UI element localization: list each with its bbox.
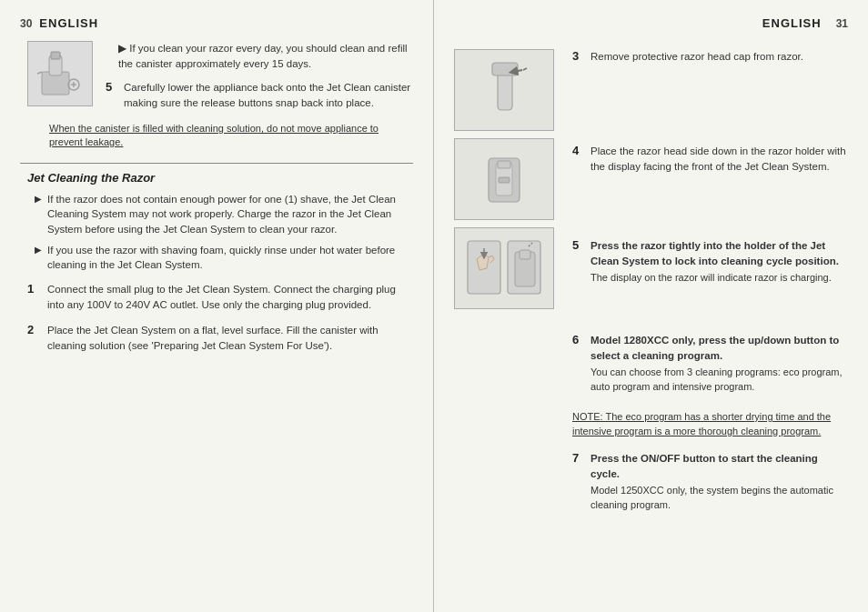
step4-text: Place the razor head side down in the ra… — [590, 144, 848, 174]
step3-num: 3 — [572, 49, 590, 63]
svg-rect-2 — [51, 52, 60, 59]
step3-block: 3 Remove protective razor head cap from … — [572, 49, 848, 131]
intro-text: ▶ If you clean your razor every day, you… — [106, 41, 413, 73]
step2-block: 2 Place the Jet Clean System on a flat, … — [20, 323, 413, 355]
bullet-item-1: ▶ If the razor does not contain enough p… — [35, 192, 413, 237]
svg-rect-14 — [520, 250, 530, 259]
step5-right-header: 5 Press the razor tightly into the holde… — [572, 238, 848, 268]
svg-rect-10 — [499, 177, 510, 183]
step7-text: Press the ON/OFF button to start the cle… — [590, 451, 848, 481]
bullet-text-2: If you use the razor with shaving foam, … — [47, 243, 413, 273]
right-language: ENGLISH — [762, 16, 822, 30]
step7-block: 7 Press the ON/OFF button to start the c… — [572, 451, 848, 516]
note-underline-text: NOTE: The eco program has a shorter dryi… — [572, 410, 848, 438]
step7-num: 7 — [572, 451, 590, 465]
step4-block: 4 Place the razor head side down in the … — [572, 144, 848, 226]
step3-image — [454, 49, 554, 131]
step6-header: 6 Model 1280XCC only, press the up/down … — [572, 333, 848, 363]
step7-note: Model 1250XCC only, the system begins th… — [572, 484, 848, 512]
step5-left-num: 5 — [106, 80, 124, 94]
step6-block: 6 Model 1280XCC only, press the up/down … — [572, 333, 848, 397]
step4-image — [454, 138, 554, 220]
step1-num: 1 — [27, 282, 47, 296]
left-illustration-image — [27, 41, 93, 106]
step6-num: 6 — [572, 333, 590, 346]
bullets-block: ▶ If the razor does not contain enough p… — [20, 192, 413, 273]
bullet-arrow-2: ▶ — [35, 245, 47, 255]
step5-right-block: 5 Press the razor tightly into the holde… — [572, 238, 848, 320]
step3-text: Remove protective razor head cap from ra… — [590, 49, 803, 65]
step6-text: Model 1280XCC only, press the up/down bu… — [590, 333, 848, 363]
step6-note: You can choose from 3 cleaning programs:… — [572, 366, 848, 394]
step5-right-num: 5 — [572, 238, 590, 252]
right-steps-column: 3 Remove protective razor head cap from … — [572, 49, 848, 596]
bullet-text-1: If the razor does not contain enough pow… — [47, 192, 413, 237]
svg-line-6 — [523, 68, 527, 70]
step1-block: 1 Connect the small plug to the Jet Clea… — [20, 282, 413, 314]
left-page: 30 ENGLISH ▶ If you clean your razor — [0, 0, 434, 612]
section-heading: Jet Cleaning the Razor — [20, 163, 413, 185]
bullet-item-2: ▶ If you use the razor with shaving foam… — [35, 243, 413, 273]
right-page: ENGLISH 31 — [434, 0, 868, 612]
svg-rect-5 — [492, 63, 518, 75]
right-header: ENGLISH 31 — [762, 16, 848, 30]
left-page-number: 30 — [20, 17, 32, 30]
svg-rect-9 — [498, 161, 510, 168]
step3-header: 3 Remove protective razor head cap from … — [572, 49, 848, 65]
step7-header: 7 Press the ON/OFF button to start the c… — [572, 451, 848, 481]
step1-text: Connect the small plug to the Jet Clean … — [47, 282, 413, 314]
bullet-arrow-1: ▶ — [35, 194, 47, 204]
left-header: 30 ENGLISH — [20, 16, 413, 30]
left-language: ENGLISH — [39, 16, 98, 30]
step5-left-block: 5 Carefully lower the appliance back ont… — [106, 80, 413, 112]
step5-image — [454, 227, 554, 309]
step5-left-text: Carefully lower the appliance back onto … — [124, 80, 413, 112]
warning-text: When the canister is filled with cleanin… — [20, 122, 413, 150]
step4-num: 4 — [572, 144, 590, 157]
step5-right-note: The display on the razor will indicate r… — [572, 271, 848, 285]
step2-text: Place the Jet Clean System on a flat, le… — [47, 323, 413, 355]
step5-right-text: Press the razor tightly into the holder … — [590, 238, 848, 268]
right-page-number: 31 — [836, 17, 848, 30]
step2-num: 2 — [27, 323, 47, 336]
step4-header: 4 Place the razor head side down in the … — [572, 144, 848, 174]
right-images-column — [454, 49, 563, 596]
